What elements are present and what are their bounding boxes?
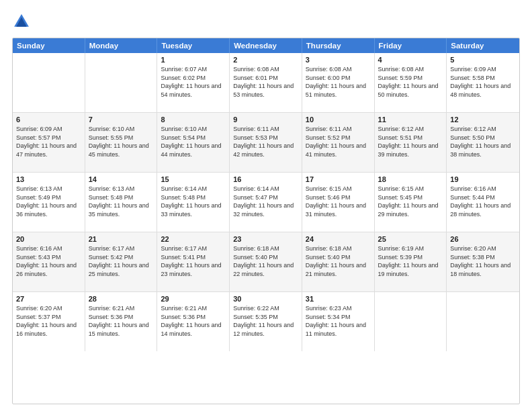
- weekday-header: Thursday: [302, 38, 375, 53]
- calendar-cell: 31Sunrise: 6:23 AM Sunset: 5:34 PM Dayli…: [302, 292, 375, 351]
- day-number: 21: [89, 235, 154, 243]
- day-number: 5: [450, 56, 516, 64]
- calendar-cell: 21Sunrise: 6:17 AM Sunset: 5:42 PM Dayli…: [85, 232, 158, 291]
- calendar-cell: 4Sunrise: 6:08 AM Sunset: 5:59 PM Daylig…: [375, 53, 447, 112]
- day-number: 20: [16, 235, 81, 243]
- day-info: Sunrise: 6:22 AM Sunset: 5:35 PM Dayligh…: [233, 304, 298, 338]
- day-info: Sunrise: 6:11 AM Sunset: 5:53 PM Dayligh…: [233, 125, 298, 158]
- day-number: 9: [233, 116, 298, 124]
- day-info: Sunrise: 6:15 AM Sunset: 5:45 PM Dayligh…: [378, 185, 443, 218]
- day-number: 25: [378, 235, 443, 243]
- day-number: 22: [161, 235, 226, 243]
- day-info: Sunrise: 6:13 AM Sunset: 5:48 PM Dayligh…: [89, 185, 154, 218]
- day-number: 1: [161, 56, 226, 64]
- day-info: Sunrise: 6:09 AM Sunset: 5:57 PM Dayligh…: [16, 125, 81, 158]
- day-info: Sunrise: 6:17 AM Sunset: 5:41 PM Dayligh…: [161, 244, 226, 278]
- day-number: 27: [16, 295, 81, 303]
- day-number: 31: [306, 295, 371, 303]
- day-info: Sunrise: 6:20 AM Sunset: 5:37 PM Dayligh…: [16, 304, 81, 338]
- day-info: Sunrise: 6:13 AM Sunset: 5:49 PM Dayligh…: [16, 185, 81, 218]
- day-info: Sunrise: 6:10 AM Sunset: 5:55 PM Dayligh…: [89, 125, 154, 158]
- day-info: Sunrise: 6:21 AM Sunset: 5:36 PM Dayligh…: [161, 304, 226, 338]
- day-info: Sunrise: 6:08 AM Sunset: 6:01 PM Dayligh…: [233, 65, 298, 99]
- day-info: Sunrise: 6:18 AM Sunset: 5:40 PM Dayligh…: [233, 244, 298, 278]
- calendar-cell: 19Sunrise: 6:16 AM Sunset: 5:44 PM Dayli…: [447, 173, 519, 232]
- day-number: 28: [89, 295, 154, 303]
- day-number: 23: [233, 235, 298, 243]
- weekday-header: Monday: [85, 38, 158, 53]
- calendar-cell: 30Sunrise: 6:22 AM Sunset: 5:35 PM Dayli…: [230, 292, 302, 351]
- day-number: 19: [450, 175, 516, 183]
- calendar-cell: 29Sunrise: 6:21 AM Sunset: 5:36 PM Dayli…: [157, 292, 230, 351]
- calendar-row: 13Sunrise: 6:13 AM Sunset: 5:49 PM Dayli…: [13, 173, 519, 232]
- day-number: 6: [16, 116, 81, 124]
- day-info: Sunrise: 6:08 AM Sunset: 5:59 PM Dayligh…: [378, 65, 443, 99]
- calendar-cell: 5Sunrise: 6:09 AM Sunset: 5:58 PM Daylig…: [447, 53, 519, 112]
- weekday-header: Sunday: [13, 38, 85, 53]
- day-number: 13: [16, 175, 81, 183]
- day-number: 24: [306, 235, 371, 243]
- weekday-header: Friday: [375, 38, 447, 53]
- calendar-cell: [13, 53, 85, 112]
- calendar-cell: 6Sunrise: 6:09 AM Sunset: 5:57 PM Daylig…: [13, 113, 85, 172]
- calendar-cell: 9Sunrise: 6:11 AM Sunset: 5:53 PM Daylig…: [230, 113, 302, 172]
- calendar-row: 27Sunrise: 6:20 AM Sunset: 5:37 PM Dayli…: [13, 292, 519, 351]
- calendar-cell: 25Sunrise: 6:19 AM Sunset: 5:39 PM Dayli…: [375, 232, 447, 291]
- day-info: Sunrise: 6:20 AM Sunset: 5:38 PM Dayligh…: [450, 244, 516, 278]
- day-info: Sunrise: 6:17 AM Sunset: 5:42 PM Dayligh…: [89, 244, 154, 278]
- day-info: Sunrise: 6:10 AM Sunset: 5:54 PM Dayligh…: [161, 125, 226, 158]
- calendar-header: SundayMondayTuesdayWednesdayThursdayFrid…: [13, 38, 519, 53]
- calendar-cell: 27Sunrise: 6:20 AM Sunset: 5:37 PM Dayli…: [13, 292, 85, 351]
- day-info: Sunrise: 6:18 AM Sunset: 5:40 PM Dayligh…: [306, 244, 371, 278]
- day-info: Sunrise: 6:15 AM Sunset: 5:46 PM Dayligh…: [306, 185, 371, 218]
- calendar-cell: 28Sunrise: 6:21 AM Sunset: 5:36 PM Dayli…: [85, 292, 158, 351]
- calendar-cell: [375, 292, 447, 351]
- calendar-cell: 7Sunrise: 6:10 AM Sunset: 5:55 PM Daylig…: [85, 113, 158, 172]
- day-number: 17: [306, 175, 371, 183]
- calendar-cell: [447, 292, 519, 351]
- calendar-row: 20Sunrise: 6:16 AM Sunset: 5:43 PM Dayli…: [13, 232, 519, 292]
- day-info: Sunrise: 6:14 AM Sunset: 5:48 PM Dayligh…: [161, 185, 226, 218]
- calendar-row: 6Sunrise: 6:09 AM Sunset: 5:57 PM Daylig…: [13, 113, 519, 173]
- day-info: Sunrise: 6:23 AM Sunset: 5:34 PM Dayligh…: [306, 304, 371, 338]
- calendar-cell: 11Sunrise: 6:12 AM Sunset: 5:51 PM Dayli…: [375, 113, 447, 172]
- calendar-cell: 22Sunrise: 6:17 AM Sunset: 5:41 PM Dayli…: [157, 232, 230, 291]
- day-info: Sunrise: 6:12 AM Sunset: 5:50 PM Dayligh…: [450, 125, 516, 158]
- day-info: Sunrise: 6:08 AM Sunset: 6:00 PM Dayligh…: [306, 65, 371, 99]
- weekday-header: Saturday: [447, 38, 519, 53]
- calendar-cell: 15Sunrise: 6:14 AM Sunset: 5:48 PM Dayli…: [157, 173, 230, 232]
- calendar-cell: 17Sunrise: 6:15 AM Sunset: 5:46 PM Dayli…: [302, 173, 375, 232]
- day-number: 7: [89, 116, 154, 124]
- day-number: 29: [161, 295, 226, 303]
- calendar-cell: 10Sunrise: 6:11 AM Sunset: 5:52 PM Dayli…: [302, 113, 375, 172]
- day-info: Sunrise: 6:16 AM Sunset: 5:44 PM Dayligh…: [450, 185, 516, 218]
- calendar-cell: 18Sunrise: 6:15 AM Sunset: 5:45 PM Dayli…: [375, 173, 447, 232]
- logo-icon: [12, 12, 31, 31]
- calendar-row: 1Sunrise: 6:07 AM Sunset: 6:02 PM Daylig…: [13, 53, 519, 113]
- calendar-body: 1Sunrise: 6:07 AM Sunset: 6:02 PM Daylig…: [13, 53, 519, 351]
- day-number: 11: [378, 116, 443, 124]
- calendar-cell: 24Sunrise: 6:18 AM Sunset: 5:40 PM Dayli…: [302, 232, 375, 291]
- day-info: Sunrise: 6:14 AM Sunset: 5:47 PM Dayligh…: [233, 185, 298, 218]
- calendar-cell: 13Sunrise: 6:13 AM Sunset: 5:49 PM Dayli…: [13, 173, 85, 232]
- calendar-cell: 20Sunrise: 6:16 AM Sunset: 5:43 PM Dayli…: [13, 232, 85, 291]
- day-number: 16: [233, 175, 298, 183]
- page: SundayMondayTuesdayWednesdayThursdayFrid…: [0, 0, 532, 411]
- day-number: 15: [161, 175, 226, 183]
- calendar-cell: 8Sunrise: 6:10 AM Sunset: 5:54 PM Daylig…: [157, 113, 230, 172]
- calendar: SundayMondayTuesdayWednesdayThursdayFrid…: [12, 38, 520, 404]
- day-number: 2: [233, 56, 298, 64]
- header: [12, 12, 520, 31]
- day-info: Sunrise: 6:21 AM Sunset: 5:36 PM Dayligh…: [89, 304, 154, 338]
- day-number: 26: [450, 235, 516, 243]
- day-info: Sunrise: 6:16 AM Sunset: 5:43 PM Dayligh…: [16, 244, 81, 278]
- day-number: 8: [161, 116, 226, 124]
- calendar-cell: 1Sunrise: 6:07 AM Sunset: 6:02 PM Daylig…: [157, 53, 230, 112]
- day-info: Sunrise: 6:12 AM Sunset: 5:51 PM Dayligh…: [378, 125, 443, 158]
- calendar-cell: 23Sunrise: 6:18 AM Sunset: 5:40 PM Dayli…: [230, 232, 302, 291]
- logo: [12, 12, 34, 31]
- day-number: 10: [306, 116, 371, 124]
- calendar-cell: [85, 53, 158, 112]
- day-number: 12: [450, 116, 516, 124]
- day-info: Sunrise: 6:19 AM Sunset: 5:39 PM Dayligh…: [378, 244, 443, 278]
